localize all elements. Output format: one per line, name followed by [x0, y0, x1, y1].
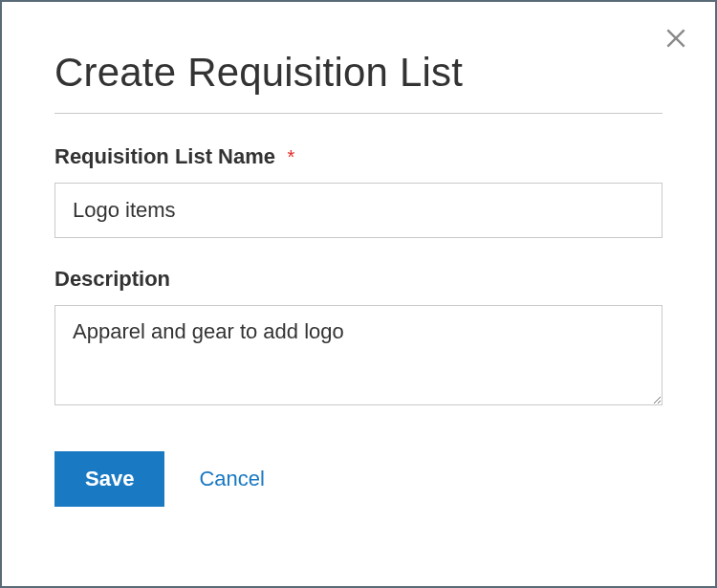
name-field-group: Requisition List Name *	[54, 144, 663, 238]
name-input[interactable]	[54, 183, 663, 238]
cancel-link[interactable]: Cancel	[199, 467, 264, 491]
name-label: Requisition List Name	[54, 144, 275, 169]
description-input[interactable]	[54, 305, 663, 405]
close-icon	[663, 26, 688, 51]
title-divider	[54, 113, 663, 114]
description-label: Description	[54, 267, 170, 292]
required-asterisk: *	[288, 146, 295, 167]
modal-title: Create Requisition List	[54, 50, 663, 96]
create-requisition-modal: Create Requisition List Requisition List…	[0, 0, 717, 588]
description-field-group: Description	[54, 267, 663, 409]
close-button[interactable]	[663, 26, 688, 54]
modal-actions: Save Cancel	[54, 451, 663, 507]
save-button[interactable]: Save	[54, 451, 164, 507]
